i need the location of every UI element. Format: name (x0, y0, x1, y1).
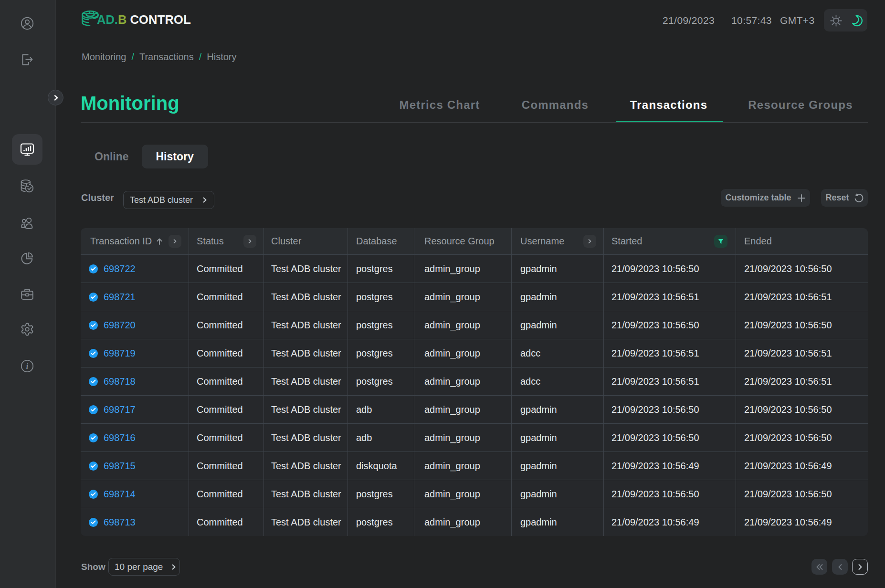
svg-text:i: i (26, 362, 29, 370)
